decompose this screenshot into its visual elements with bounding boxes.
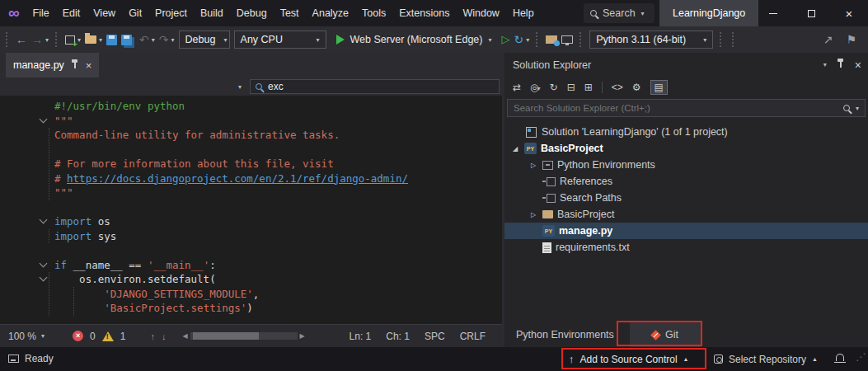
menu-tools[interactable]: Tools <box>355 7 392 19</box>
navigate-forward-icon[interactable]: → <box>31 34 43 45</box>
code-line[interactable]: import os <box>0 214 502 229</box>
code-line[interactable]: """ <box>0 114 502 129</box>
horizontal-scrollbar[interactable]: ◀ ▶ <box>182 332 304 340</box>
navigation-caret-icon[interactable]: ▾ <box>45 36 49 44</box>
tree-item-references[interactable]: References <box>504 173 868 190</box>
filter-dropdown-icon[interactable]: ◎▾ <box>530 82 541 93</box>
menu-window[interactable]: Window <box>456 7 505 19</box>
toolbar-grip[interactable] <box>732 32 735 47</box>
chevron-down-icon[interactable]: ▾ <box>99 36 102 44</box>
error-count[interactable]: 0 <box>90 331 96 342</box>
navbar-scope-dropdown[interactable]: ▾ <box>0 83 250 91</box>
menu-git[interactable]: Git <box>122 7 148 19</box>
menu-help[interactable]: Help <box>506 7 541 19</box>
warning-count[interactable]: 1 <box>120 331 126 342</box>
browse-web-icon[interactable] <box>546 35 557 44</box>
minimize-button[interactable] <box>754 0 792 26</box>
titlebar-search[interactable]: Search ▾ <box>584 3 655 23</box>
collapsed-arrow-icon[interactable]: ▷ <box>531 211 542 218</box>
warning-icon[interactable] <box>102 331 114 341</box>
solution-platforms-dropdown[interactable]: Any CPU ▾ <box>234 31 326 49</box>
properties-icon[interactable]: ⚙ <box>632 82 641 93</box>
refresh-icon[interactable]: ↻ <box>550 82 558 93</box>
code-line[interactable]: 'DJANGO_SETTINGS_MODULE', <box>0 287 502 302</box>
select-repository-button[interactable]: Select Repository ▲ <box>714 347 818 371</box>
feedback-icon[interactable] <box>8 355 19 363</box>
pin-icon[interactable] <box>74 63 76 68</box>
resize-grip[interactable]: ⋰ <box>856 351 866 363</box>
tree-item-requirements-txt[interactable]: requirements.txt <box>504 239 868 256</box>
tree-item-search-paths[interactable]: Search Paths <box>504 190 868 206</box>
save-all-icon[interactable] <box>121 35 132 45</box>
tree-item-solution[interactable]: Solution 'LearningDjango' (1 of 1 projec… <box>504 124 868 140</box>
navigate-back-icon[interactable]: ← <box>16 34 27 45</box>
hot-reload-icon[interactable]: ↻ <box>514 34 524 45</box>
attach-process-icon[interactable] <box>561 35 573 44</box>
save-icon[interactable] <box>106 35 117 45</box>
code-line[interactable]: # https://docs.djangoproject.com/en/2.1/… <box>0 171 502 186</box>
code-line[interactable] <box>0 243 502 258</box>
add-to-source-control-button[interactable]: ↑ Add to Source Control ▲ <box>569 347 689 371</box>
undo-icon[interactable]: ↶ <box>139 34 149 45</box>
solution-explorer-search[interactable]: ▾ <box>507 99 866 117</box>
open-folder-icon[interactable] <box>85 35 96 44</box>
menu-debug[interactable]: Debug <box>230 7 274 19</box>
feedback-flag-icon[interactable]: ⚑ <box>846 34 856 45</box>
window-position-caret-icon[interactable]: ▾ <box>823 61 827 68</box>
code-line[interactable]: os.environ.setdefault( <box>0 272 502 287</box>
toolbar-grip[interactable] <box>579 32 583 47</box>
code-line[interactable]: #!/usr/bin/env python <box>0 99 502 114</box>
sync-with-active-document-icon[interactable]: ⇄ <box>513 82 521 93</box>
error-icon[interactable]: × <box>73 331 83 341</box>
solution-configurations-dropdown[interactable]: Debug ▾ <box>179 31 230 49</box>
menu-edit[interactable]: Edit <box>56 7 87 19</box>
scroll-right-icon[interactable]: ▶ <box>300 332 305 340</box>
tree-item-python-environments[interactable]: ▷Python Environments <box>504 157 868 173</box>
scroll-left-icon[interactable]: ◀ <box>182 332 187 340</box>
start-debugging-button[interactable]: Web Server (Microsoft Edge) ▾ <box>331 30 498 49</box>
menu-test[interactable]: Test <box>274 7 306 19</box>
tab-manage-py[interactable]: manage.py × <box>6 53 99 77</box>
scrollbar-thumb[interactable] <box>193 332 259 340</box>
code-area[interactable]: #!/usr/bin/env python"""Command-line uti… <box>0 96 502 324</box>
tree-item-basicproject-folder[interactable]: ▷BasicProject <box>504 206 868 223</box>
navbar-search-input[interactable] <box>268 81 474 92</box>
copy-icon[interactable]: ⊞ <box>584 82 593 93</box>
expanded-arrow-icon[interactable]: ◢ <box>513 145 524 153</box>
toolbar-grip[interactable] <box>55 32 59 47</box>
next-issue-icon[interactable]: ↓ <box>162 331 167 341</box>
chevron-down-icon[interactable]: ▾ <box>171 36 175 44</box>
code-line[interactable]: """ <box>0 186 502 200</box>
navbar-member-search[interactable] <box>250 79 500 94</box>
tree-item-basicproject[interactable]: ◢PYBasicProject <box>504 140 868 157</box>
prev-issue-icon[interactable]: ↑ <box>150 331 155 341</box>
code-line[interactable]: import sys <box>0 229 502 244</box>
close-button[interactable]: × <box>830 0 868 26</box>
code-line[interactable]: # For more information about this file, … <box>0 157 502 171</box>
tab-git[interactable]: Git <box>630 322 701 347</box>
code-line[interactable]: 'BasicProject.settings') <box>0 301 502 316</box>
chevron-down-icon[interactable]: ▾ <box>856 105 859 112</box>
scrollbar-track[interactable] <box>190 332 298 340</box>
close-tab-icon[interactable]: × <box>86 59 92 72</box>
menu-build[interactable]: Build <box>194 7 230 19</box>
line-ending-indicator[interactable]: CRLF <box>460 331 486 342</box>
chevron-down-icon[interactable]: ▾ <box>77 36 81 44</box>
new-project-icon[interactable] <box>65 35 75 45</box>
toolbar-grip[interactable] <box>6 32 9 47</box>
menu-view[interactable]: View <box>87 7 122 19</box>
chevron-down-icon[interactable]: ▾ <box>526 36 529 44</box>
menu-analyze[interactable]: Analyze <box>306 7 355 19</box>
chevron-down-icon[interactable]: ▾ <box>152 36 155 44</box>
code-hyperlink[interactable]: https://docs.djangoproject.com/en/2.1/re… <box>67 172 408 185</box>
notifications-bell-icon[interactable] <box>836 354 844 361</box>
view-code-icon[interactable]: <> <box>612 82 623 93</box>
menu-project[interactable]: Project <box>148 7 194 19</box>
chevron-down-icon[interactable]: ▾ <box>41 332 45 340</box>
maximize-button[interactable] <box>792 0 830 26</box>
toolbar-grip[interactable] <box>536 32 539 47</box>
pin-icon[interactable] <box>840 62 842 68</box>
menu-extensions[interactable]: Extensions <box>392 7 456 19</box>
spaces-indicator[interactable]: SPC <box>425 331 445 342</box>
solution-search-input[interactable] <box>514 103 838 113</box>
